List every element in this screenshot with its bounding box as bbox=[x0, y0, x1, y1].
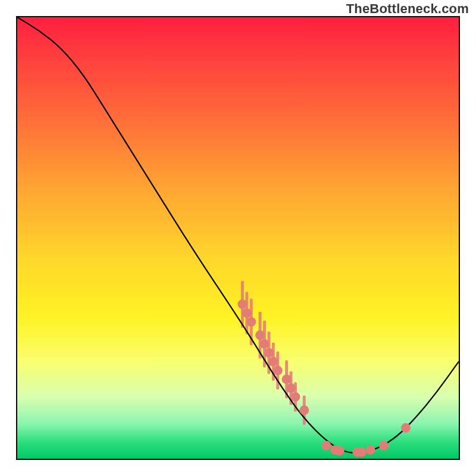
data-point bbox=[273, 366, 283, 375]
data-point bbox=[357, 447, 367, 457]
data-point bbox=[264, 348, 274, 358]
data-point bbox=[268, 357, 278, 367]
bottleneck-curve bbox=[17, 17, 459, 453]
watermark-text: TheBottleneck.com bbox=[346, 1, 469, 17]
data-point bbox=[246, 317, 256, 327]
data-point bbox=[286, 383, 296, 393]
data-point bbox=[299, 405, 309, 415]
chart-svg bbox=[17, 17, 459, 459]
data-point bbox=[260, 339, 270, 349]
data-point bbox=[379, 441, 389, 450]
plot-area bbox=[16, 16, 460, 460]
data-point bbox=[282, 374, 292, 384]
data-point bbox=[255, 330, 265, 340]
data-point bbox=[335, 446, 345, 456]
data-point bbox=[321, 441, 331, 450]
data-point bbox=[401, 423, 411, 433]
data-point bbox=[366, 445, 375, 455]
data-point bbox=[242, 308, 252, 318]
data-point bbox=[290, 392, 300, 402]
data-point bbox=[237, 299, 247, 309]
chart-container: TheBottleneck.com bbox=[0, 0, 476, 476]
